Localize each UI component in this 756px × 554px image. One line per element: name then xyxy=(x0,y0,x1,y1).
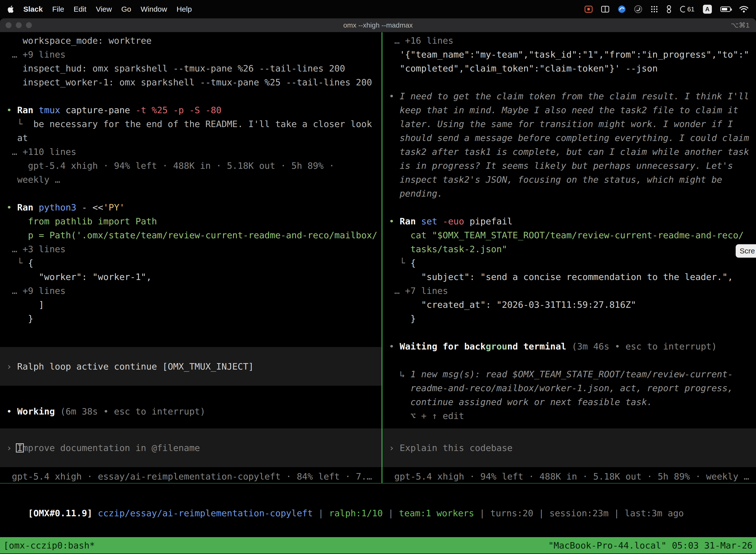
command-output-line: } xyxy=(0,312,381,326)
reply-arrow-icon: ↳ xyxy=(389,369,411,379)
log-line: inspect_worker-1: omx sparkshell --tmux-… xyxy=(0,75,381,89)
pane-footer-stats: gpt-5.4 xhigh · essay/ai-reimplementatio… xyxy=(0,469,381,483)
screen-recording-indicator-icon[interactable] xyxy=(585,6,592,13)
blank-line xyxy=(382,75,756,89)
omx-version-label: [OMX#0.11.9] xyxy=(28,508,92,518)
omx-hud: [OMX#0.11.9] cczip/essay/ai-reimplementa… xyxy=(0,484,756,537)
log-line: inspect_hud: omx sparkshell --tmux-pane … xyxy=(0,62,381,75)
apple-menu-icon[interactable] xyxy=(7,4,14,14)
menu-app-name[interactable]: Slack xyxy=(23,5,43,13)
collapsed-lines-indicator: … +9 lines xyxy=(0,284,381,298)
text: inspect task2's JSON, focusing on the st… xyxy=(389,174,722,185)
ran-command-line: • Ran python3 - <<'PY' xyxy=(0,201,381,214)
text: … +7 lines xyxy=(389,286,448,296)
text: should send a message before completing … xyxy=(389,133,749,143)
separator: | xyxy=(383,508,399,518)
command-output-line: "worker": "worker-1", xyxy=(0,270,381,284)
collapsed-lines-indicator: … +9 lines xyxy=(0,48,381,62)
text: from pathlib import Path xyxy=(6,216,157,226)
cmd-token: set xyxy=(421,216,437,226)
mailbox-message-line: readme-and-reco/mailbox/worker-1.json, a… xyxy=(382,381,756,395)
menu-window[interactable]: Window xyxy=(141,5,167,13)
text: gpt-5.4 xhigh · 94% left · 488K in · 5.1… xyxy=(6,161,334,171)
waiting-label: nd terminal xyxy=(507,341,566,351)
tmux-host-datetime-label: "MacBook-Pro-44.local" 05:03 31-Mar-26 xyxy=(548,540,753,551)
session-timer: session:23m xyxy=(549,508,609,518)
command-output-line: } xyxy=(382,312,756,326)
output-connector: └ xyxy=(6,119,33,129)
model-stats-line: weekly … xyxy=(0,173,381,187)
disc-app-icon[interactable] xyxy=(634,4,642,14)
text: I need to get the claim token from the c… xyxy=(394,91,749,101)
text: { xyxy=(28,258,34,268)
tmux-session-window-label: [omx-cczip0:bash* xyxy=(3,540,95,551)
text: '{"team_name":"my-team","task_id":"1","f… xyxy=(389,49,749,60)
prompt-input-left[interactable]: › Improve documentation in @filename xyxy=(0,428,381,467)
text: … +9 lines xyxy=(6,49,65,60)
input-source-icon[interactable]: A xyxy=(703,5,712,14)
output-connector: └ xyxy=(389,258,411,268)
command-code-line: cat "$OMX_TEAM_STATE_ROOT/team/review-cu… xyxy=(382,228,756,242)
thinking-line: keep that in mind. Maybe I also need the… xyxy=(382,103,756,117)
collapsed-lines-indicator: … +7 lines xyxy=(382,284,756,298)
collapsed-lines-indicator: … +16 lines xyxy=(382,34,756,48)
text: cat "$OMX_TEAM_STATE_ROOT/team/review-cu… xyxy=(389,230,744,240)
menu-help[interactable]: Help xyxy=(177,5,192,13)
command-output-line: └ { xyxy=(382,256,756,270)
bullet-icon: • xyxy=(389,341,394,351)
bullet-icon: • xyxy=(6,406,12,417)
terminal-window-titlebar: omx --xhigh --madmax ⌥⌘1 xyxy=(0,18,756,32)
bullet-icon: • xyxy=(6,105,12,115)
command-output-line: └ { xyxy=(0,256,381,270)
waiting-label: Waiting for back xyxy=(394,341,486,351)
window-title: omx --xhigh --madmax xyxy=(0,21,756,29)
menu-file[interactable]: File xyxy=(52,5,64,13)
ralph-counter: ralph:1/10 xyxy=(329,508,383,518)
text: is in progress? It seems likely but perh… xyxy=(389,161,733,171)
window-grid-icon[interactable] xyxy=(601,4,610,14)
cmd-flags: -t %25 -p -S -80 xyxy=(135,105,222,115)
waiting-status-line: • Waiting for background terminal (3m 46… xyxy=(382,340,756,353)
ran-label: Ran xyxy=(12,202,39,213)
output-connector: └ xyxy=(6,258,28,268)
ran-label: Ran xyxy=(394,216,421,226)
blue-app-icon[interactable] xyxy=(618,4,626,14)
thinking-line: pending. xyxy=(382,187,756,201)
thinking-line: • I need to get the claim token from the… xyxy=(382,89,756,103)
screen-share-popover[interactable]: Scre xyxy=(736,244,756,258)
model-stats-line: gpt-5.4 xhigh · 94% left · 488K in · 5.1… xyxy=(0,159,381,173)
menu-go[interactable]: Go xyxy=(121,5,131,13)
command-code-line: tasks/task-2.json" xyxy=(382,242,756,256)
battery-icon[interactable] xyxy=(720,6,731,12)
thinking-line: inspect task2's JSON, focusing on the st… xyxy=(382,173,756,187)
prompt-input-right[interactable]: › Explain this codebase xyxy=(382,428,756,467)
apps-grid-icon[interactable] xyxy=(650,4,658,14)
automation-app-icon[interactable] xyxy=(667,4,672,14)
text: … +9 lines xyxy=(6,286,65,296)
working-label: Working xyxy=(12,406,60,417)
collapsed-lines-indicator: … +110 lines xyxy=(0,145,381,159)
blank-line xyxy=(382,201,756,214)
text: … +3 lines xyxy=(6,244,65,254)
tmux-pane-left[interactable]: workspace_mode: worktree … +9 lines insp… xyxy=(0,32,381,483)
tmux-pane-right[interactable]: … +16 lines '{"team_name":"my-team","tas… xyxy=(382,32,756,483)
menu-bar-status-items: 61 A xyxy=(585,4,749,14)
menu-view[interactable]: View xyxy=(96,5,112,13)
wifi-icon[interactable] xyxy=(739,4,749,14)
text: pending. xyxy=(389,188,443,199)
menu-edit[interactable]: Edit xyxy=(74,5,86,13)
battery-gauge-icon[interactable]: 61 xyxy=(680,5,694,13)
text: be necessary for the end of the README. … xyxy=(33,119,372,129)
cmd-token: capture-pane xyxy=(60,105,135,115)
command-output-line: at xyxy=(0,131,381,145)
battery-percent-label: 61 xyxy=(687,5,694,13)
queued-message-band[interactable]: › Ralph loop active continue [OMX_TMUX_I… xyxy=(0,347,381,386)
battery-level xyxy=(722,8,727,10)
command-code-line: '{"team_name":"my-team","task_id":"1","f… xyxy=(382,48,756,62)
text: tasks/task-2.json" xyxy=(389,244,507,254)
tmux-panes: workspace_mode: worktree … +9 lines insp… xyxy=(0,32,756,484)
turns-counter: turns:20 xyxy=(490,508,533,518)
text: 1 new msg(s): read $OMX_TEAM_STATE_ROOT/… xyxy=(411,369,733,379)
team-workers-label: team:1 workers xyxy=(399,508,474,518)
text-cursor: I xyxy=(17,443,22,453)
